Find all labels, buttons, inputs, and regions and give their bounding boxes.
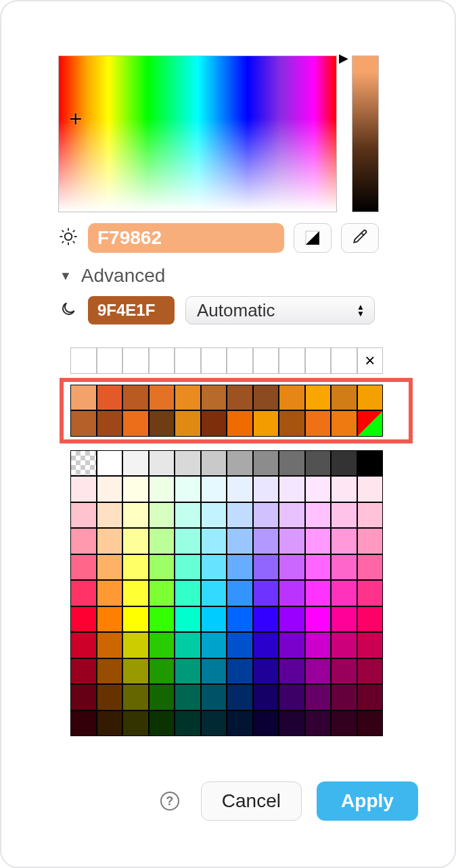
grid-swatch[interactable] bbox=[357, 554, 384, 581]
grid-swatch[interactable] bbox=[97, 658, 123, 685]
grid-swatch[interactable] bbox=[305, 606, 332, 633]
grid-swatch[interactable] bbox=[175, 632, 201, 658]
grid-swatch[interactable] bbox=[305, 632, 332, 658]
grid-swatch[interactable] bbox=[70, 580, 97, 606]
grid-swatch[interactable] bbox=[70, 606, 97, 633]
recent-swatch[interactable] bbox=[122, 385, 149, 411]
grid-swatch[interactable] bbox=[279, 658, 305, 685]
grid-swatch[interactable] bbox=[122, 710, 149, 737]
grid-swatch[interactable] bbox=[305, 554, 332, 581]
grid-swatch[interactable] bbox=[279, 476, 305, 502]
grid-swatch[interactable] bbox=[175, 528, 201, 554]
hex-input-light[interactable]: F79862 bbox=[88, 223, 284, 253]
grid-swatch[interactable] bbox=[149, 554, 175, 581]
grid-swatch[interactable] bbox=[357, 476, 384, 502]
grid-swatch[interactable] bbox=[122, 502, 149, 529]
grid-swatch[interactable] bbox=[149, 632, 175, 658]
grid-swatch[interactable] bbox=[227, 528, 253, 554]
grid-swatch[interactable] bbox=[331, 476, 357, 502]
grid-swatch[interactable] bbox=[122, 684, 149, 710]
grid-swatch[interactable] bbox=[70, 476, 97, 502]
recent-swatch[interactable] bbox=[357, 385, 384, 411]
grid-swatch[interactable] bbox=[97, 580, 123, 606]
grid-swatch[interactable] bbox=[70, 632, 97, 658]
grid-swatch[interactable] bbox=[97, 450, 123, 477]
grid-swatch[interactable] bbox=[175, 658, 201, 685]
grid-swatch[interactable] bbox=[175, 554, 201, 581]
grid-swatch[interactable] bbox=[70, 684, 97, 710]
empty-swatch[interactable] bbox=[279, 347, 305, 374]
grid-swatch[interactable] bbox=[201, 554, 227, 581]
grid-swatch[interactable] bbox=[149, 710, 175, 737]
grid-swatch[interactable] bbox=[357, 684, 384, 710]
grid-swatch[interactable] bbox=[175, 710, 201, 737]
grid-swatch[interactable] bbox=[279, 684, 305, 710]
grid-swatch[interactable] bbox=[305, 710, 332, 737]
grid-swatch[interactable] bbox=[279, 580, 305, 606]
grid-swatch[interactable] bbox=[175, 502, 201, 529]
grid-swatch[interactable] bbox=[357, 528, 384, 554]
grid-swatch[interactable] bbox=[97, 684, 123, 710]
grid-swatch[interactable] bbox=[122, 658, 149, 685]
empty-swatch[interactable] bbox=[227, 347, 253, 374]
grid-swatch[interactable] bbox=[201, 658, 227, 685]
grid-swatch[interactable] bbox=[201, 710, 227, 737]
recent-swatch[interactable] bbox=[253, 385, 279, 411]
grid-swatch[interactable] bbox=[201, 528, 227, 554]
grid-swatch[interactable] bbox=[253, 476, 279, 502]
grid-swatch[interactable] bbox=[331, 684, 357, 710]
grid-swatch[interactable] bbox=[279, 528, 305, 554]
grid-swatch[interactable] bbox=[279, 632, 305, 658]
recent-swatch[interactable] bbox=[149, 385, 175, 411]
grid-swatch[interactable] bbox=[149, 580, 175, 606]
grid-swatch[interactable] bbox=[331, 580, 357, 606]
recent-swatch[interactable] bbox=[201, 385, 227, 411]
grid-swatch[interactable] bbox=[305, 580, 332, 606]
grid-swatch[interactable] bbox=[253, 450, 279, 477]
advanced-disclosure[interactable]: ▼ Advanced bbox=[60, 265, 438, 287]
grid-swatch[interactable] bbox=[253, 580, 279, 606]
grid-swatch[interactable] bbox=[149, 476, 175, 502]
grid-swatch[interactable] bbox=[253, 606, 279, 633]
grid-swatch[interactable] bbox=[149, 684, 175, 710]
hex-input-dark[interactable]: 9F4E1F bbox=[88, 296, 175, 324]
grid-swatch[interactable] bbox=[305, 528, 332, 554]
grid-swatch[interactable] bbox=[122, 606, 149, 633]
spectrum-area[interactable]: + bbox=[58, 55, 337, 212]
grid-swatch[interactable] bbox=[279, 554, 305, 581]
grid-swatch[interactable] bbox=[279, 710, 305, 737]
grid-swatch[interactable] bbox=[175, 450, 201, 477]
grid-swatch[interactable] bbox=[253, 554, 279, 581]
empty-swatch[interactable] bbox=[201, 347, 227, 374]
grid-swatch[interactable] bbox=[201, 502, 227, 529]
grid-swatch[interactable] bbox=[253, 632, 279, 658]
empty-swatch[interactable] bbox=[253, 347, 279, 374]
apply-button[interactable]: Apply bbox=[317, 781, 418, 821]
grid-swatch[interactable] bbox=[305, 684, 332, 710]
grid-swatch[interactable] bbox=[357, 606, 384, 633]
grid-swatch[interactable] bbox=[357, 450, 384, 477]
grid-swatch[interactable] bbox=[331, 528, 357, 554]
recent-swatch[interactable] bbox=[305, 410, 332, 437]
clear-swatch-button[interactable]: × bbox=[357, 347, 384, 374]
grid-swatch[interactable] bbox=[70, 554, 97, 581]
recent-swatch[interactable] bbox=[70, 385, 97, 411]
empty-swatch[interactable] bbox=[175, 347, 201, 374]
empty-swatch[interactable] bbox=[149, 347, 175, 374]
grid-swatch[interactable] bbox=[253, 710, 279, 737]
grid-swatch[interactable] bbox=[305, 502, 332, 529]
grid-swatch[interactable] bbox=[97, 476, 123, 502]
mode-select[interactable]: Automatic ▲▼ bbox=[185, 296, 375, 324]
grid-swatch[interactable] bbox=[70, 528, 97, 554]
grid-swatch[interactable] bbox=[70, 502, 97, 529]
grid-swatch[interactable] bbox=[201, 476, 227, 502]
grid-swatch[interactable] bbox=[122, 580, 149, 606]
grid-swatch[interactable] bbox=[122, 450, 149, 477]
empty-swatch[interactable] bbox=[331, 347, 357, 374]
grid-swatch[interactable] bbox=[357, 580, 384, 606]
grid-swatch[interactable] bbox=[331, 554, 357, 581]
grid-swatch[interactable] bbox=[253, 528, 279, 554]
contrast-button[interactable] bbox=[294, 223, 332, 253]
empty-swatch[interactable] bbox=[122, 347, 149, 374]
grid-swatch[interactable] bbox=[122, 476, 149, 502]
